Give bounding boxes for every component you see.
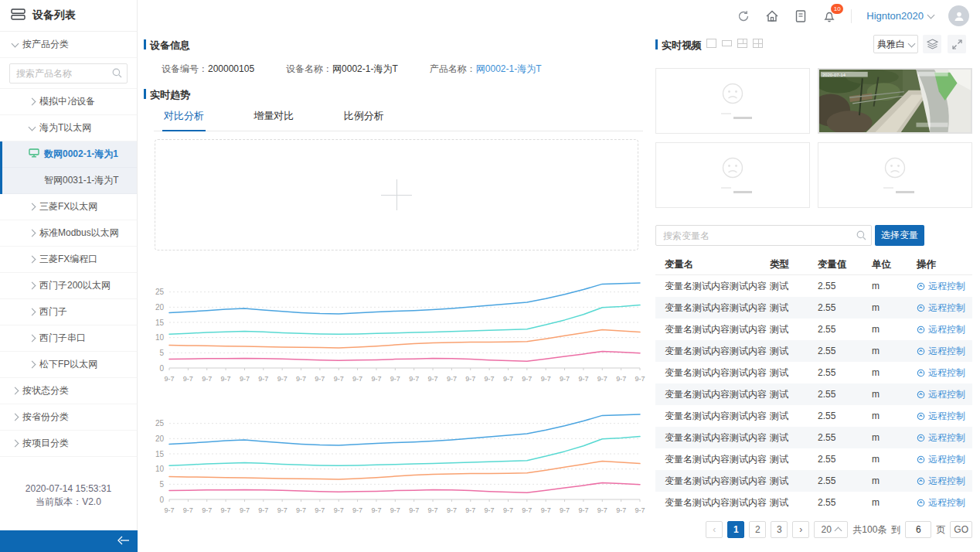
tab-compare-analysis[interactable]: 对比分析 [162, 106, 206, 131]
group-label: 按产品分类 [22, 38, 69, 51]
table-body: 变量名测试内容测试内容测试2.55m远程控制变量名测试内容测试内容测试2.55m… [655, 275, 972, 513]
svg-text:9-7: 9-7 [428, 375, 438, 383]
sidebar-item-haiwei-group[interactable]: 海为T以太网 [0, 115, 137, 141]
remote-control-link[interactable]: 远程控制 [928, 345, 965, 358]
svg-text:9-7: 9-7 [334, 506, 344, 514]
remote-control-link[interactable]: 远程控制 [928, 496, 965, 509]
sidebar-item-mitsubishi-prog[interactable]: 三菱FX编程口 [0, 247, 137, 273]
no-video-face-icon [715, 157, 750, 183]
fullscreen-button[interactable] [948, 35, 966, 53]
sidebar-collapse-bar [0, 530, 138, 552]
refresh-icon[interactable] [737, 9, 750, 23]
theme-select[interactable]: 典雅白 [873, 35, 918, 53]
sidebar-item-device-selected[interactable]: 数网0002-1-海为1 [2, 141, 137, 168]
page-button-1[interactable]: 1 [727, 521, 744, 538]
sidebar-item-device2[interactable]: 智网0031-1-海为T [2, 168, 137, 194]
remote-control-link[interactable]: 远程控制 [928, 475, 965, 488]
svg-text:9-7: 9-7 [277, 506, 288, 514]
sidebar-group-province[interactable]: 按省份分类 [0, 404, 137, 431]
remote-control-link[interactable]: 远程控制 [928, 410, 965, 423]
tab-increment-compare[interactable]: 增量对比 [252, 106, 295, 130]
tree-label: 西门子200以太网 [39, 279, 111, 292]
document-icon[interactable] [794, 9, 808, 23]
field-label: 设备编号： [162, 63, 208, 74]
svg-text:9-7: 9-7 [428, 506, 438, 514]
sidebar-group-product[interactable]: 按产品分类 [0, 32, 137, 58]
svg-text:9-7: 9-7 [635, 506, 645, 514]
bell-icon[interactable]: 10 [822, 9, 836, 23]
chevron-right-icon [29, 230, 36, 237]
search-icon [856, 230, 866, 240]
sidebar-group-project[interactable]: 按项目分类 [0, 431, 137, 457]
page-size-select[interactable]: 20 [814, 521, 848, 538]
layout-two-pane-icon[interactable] [722, 40, 732, 46]
go-button[interactable]: GO [950, 521, 972, 538]
user-menu[interactable]: Hignton2020 [866, 10, 934, 22]
group-label: 按状态分类 [22, 384, 69, 397]
select-variable-button[interactable]: 选择变量 [875, 225, 924, 246]
remote-control-link[interactable]: 远程控制 [928, 302, 965, 315]
product-name-link[interactable]: 网0002-1-海为T [476, 63, 542, 74]
sidebar-item-modbus[interactable]: 标准Modbus以太网 [0, 220, 137, 247]
layout-three-pane-icon[interactable] [737, 39, 747, 48]
page-button-3[interactable]: 3 [771, 521, 788, 538]
svg-text:9-7: 9-7 [164, 506, 174, 514]
group-label: 按项目分类 [22, 437, 69, 450]
page-button-2[interactable]: 2 [749, 521, 766, 538]
remote-control-link[interactable]: 远程控制 [928, 280, 965, 293]
chevron-right-icon [29, 335, 36, 342]
remote-control-link[interactable]: 远程控制 [928, 366, 965, 380]
video-slot-empty-3[interactable] [818, 142, 972, 208]
svg-text:9-7: 9-7 [560, 375, 570, 383]
expand-icon [952, 39, 962, 49]
svg-text:10: 10 [155, 333, 165, 342]
cell-type: 测试 [770, 431, 818, 445]
video-slot-empty-2[interactable] [655, 142, 810, 208]
svg-text:9-7: 9-7 [221, 506, 231, 514]
remote-control-link[interactable]: 远程控制 [928, 431, 965, 445]
placeholder-line [883, 187, 893, 189]
sidebar-group-status[interactable]: 按状态分类 [0, 378, 137, 404]
cell-variable-name: 变量名测试内容测试内容 [655, 280, 770, 293]
remote-control-link[interactable]: 远程控制 [928, 388, 965, 401]
remote-control-icon [917, 282, 925, 291]
add-chart-placeholder[interactable] [155, 139, 638, 250]
cell-unit: m [872, 302, 917, 313]
tab-ratio-analysis[interactable]: 比例分析 [342, 106, 386, 130]
layers-button[interactable] [923, 35, 941, 53]
collapse-sidebar-icon[interactable] [117, 536, 130, 547]
tree-label: 模拟中冶设备 [39, 95, 95, 108]
svg-text:9-7: 9-7 [409, 375, 419, 383]
sidebar-item-siemens[interactable]: 西门子 [0, 299, 137, 325]
chevron-right-icon [12, 440, 19, 448]
svg-text:9-7: 9-7 [465, 506, 475, 514]
avatar[interactable] [948, 5, 969, 26]
layout-four-grid-icon[interactable] [753, 39, 763, 48]
sidebar-item-mitsubishi-eth[interactable]: 三菱FX以太网 [0, 194, 137, 220]
sidebar-footer: 2020-07-14 15:53:31 当前版本：V2.0 [0, 482, 137, 509]
table-row: 变量名测试内容测试内容测试2.55m远程控制 [655, 340, 972, 362]
remote-control-icon [917, 347, 925, 356]
field-label: 设备名称： [286, 63, 332, 74]
caret-up-icon [835, 526, 842, 534]
variable-search-input[interactable] [655, 225, 872, 246]
goto-page-input[interactable] [905, 521, 931, 538]
next-page-button[interactable]: › [792, 521, 809, 538]
video-slot-empty-1[interactable] [655, 68, 810, 134]
home-icon[interactable] [765, 9, 779, 23]
svg-text:15: 15 [155, 450, 165, 458]
remote-control-link[interactable]: 远程控制 [928, 323, 965, 336]
cell-unit: m [872, 411, 917, 421]
sidebar-item-siemens-serial[interactable]: 西门子串口 [0, 325, 137, 352]
col-type: 类型 [770, 258, 818, 271]
layout-single-icon[interactable] [706, 39, 716, 48]
placeholder-line [721, 113, 731, 114]
product-search-input[interactable] [9, 63, 128, 83]
video-feed[interactable]: 2020-07-14 [818, 68, 972, 134]
remote-control-icon [917, 434, 925, 442]
sidebar-item-siemens200[interactable]: 西门子200以太网 [0, 273, 137, 299]
remote-control-link[interactable]: 远程控制 [928, 453, 965, 466]
sidebar-item-panasonic[interactable]: 松下FP以太网 [0, 352, 137, 378]
prev-page-button[interactable]: ‹ [706, 521, 723, 538]
sidebar-item-monitu[interactable]: 模拟中冶设备 [0, 89, 137, 115]
